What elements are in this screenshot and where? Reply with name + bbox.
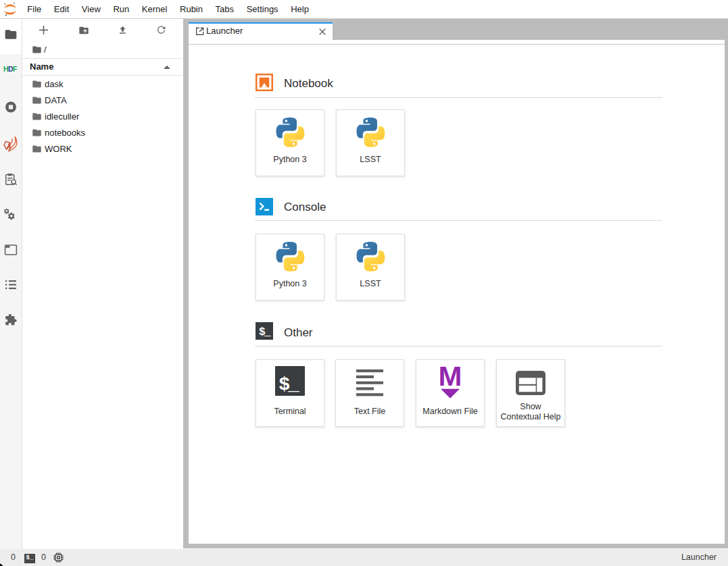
svg-text:M: M (439, 366, 462, 392)
svg-text:HDF: HDF (3, 65, 18, 73)
